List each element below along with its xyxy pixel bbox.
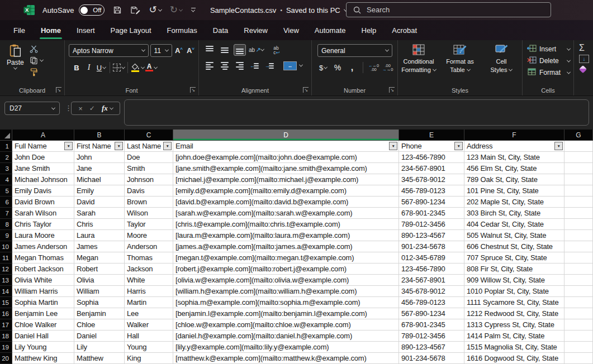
row-header-20[interactable]: 20: [0, 353, 12, 364]
cell-F5[interactable]: 101 Pine St, City, State: [464, 185, 564, 197]
align-right-button[interactable]: [234, 60, 246, 71]
cell-E18[interactable]: 789-012-3456: [399, 331, 464, 342]
accounting-format-button[interactable]: $: [317, 61, 329, 74]
tab-data[interactable]: Data: [205, 20, 236, 40]
cell-F7[interactable]: 303 Birch St, City, State: [464, 208, 564, 219]
chevron-down-icon[interactable]: [40, 58, 44, 62]
cell-B3[interactable]: Jane: [74, 163, 125, 174]
row-header-18[interactable]: 18: [0, 331, 12, 342]
cell-D3[interactable]: [jane.smith@example.com](mailto:jane.smi…: [173, 163, 399, 174]
cell-F6[interactable]: 202 Maple St, City, State: [464, 197, 564, 208]
cell-C10[interactable]: Anderson: [125, 241, 173, 252]
cell-B5[interactable]: Emily: [74, 185, 125, 197]
row-header-2[interactable]: 2: [0, 152, 12, 163]
row-header-13[interactable]: 13: [0, 275, 12, 286]
middle-align-button[interactable]: [219, 44, 231, 56]
cell-A17[interactable]: Chloe Walker: [12, 319, 74, 331]
cell-G9[interactable]: [564, 230, 593, 241]
conditional-formatting-button[interactable]: ConditionalFormatting: [399, 44, 438, 84]
cell-A19[interactable]: Lily Young: [12, 342, 74, 353]
tab-acrobat[interactable]: Acrobat: [384, 20, 425, 40]
row-header-1[interactable]: 1: [0, 141, 12, 152]
cell-D14[interactable]: [william.h@example.com](mailto:william.h…: [173, 286, 399, 297]
cell-A20[interactable]: Matthew King: [12, 353, 74, 364]
cell-F3[interactable]: 456 Elm St, City, State: [464, 163, 564, 174]
cell-C9[interactable]: Moore: [125, 230, 173, 241]
cell-B1[interactable]: First Name▼: [74, 141, 125, 152]
cell-A18[interactable]: Daniel Hall: [12, 331, 74, 342]
row-header-15[interactable]: 15: [0, 297, 12, 308]
cell-G5[interactable]: [564, 185, 593, 197]
cell-G8[interactable]: [564, 219, 593, 230]
cell-A10[interactable]: James Anderson: [12, 241, 74, 252]
cell-B8[interactable]: Chris: [74, 219, 125, 230]
cell-A7[interactable]: Sarah Wilson: [12, 208, 74, 219]
cell-G12[interactable]: [564, 264, 593, 275]
cell-A1[interactable]: Full Name▼: [12, 141, 74, 152]
cell-B20[interactable]: Matthew: [74, 353, 125, 364]
cell-A15[interactable]: Sophia Martin: [12, 297, 74, 308]
cell-C6[interactable]: Brown: [125, 197, 173, 208]
increase-indent-button[interactable]: →: [264, 60, 276, 71]
cell-E12[interactable]: 123-456-7890: [399, 264, 464, 275]
orientation-button[interactable]: ab ↗: [249, 46, 264, 54]
cell-B10[interactable]: James: [74, 241, 125, 252]
cell-C16[interactable]: Lee: [125, 308, 173, 319]
cell-G20[interactable]: [564, 353, 593, 364]
tab-review[interactable]: Review: [236, 20, 276, 40]
cell-C13[interactable]: White: [125, 275, 173, 286]
search-input[interactable]: Search: [346, 2, 551, 17]
cell-F19[interactable]: 1515 Magnolia St, City, State: [464, 342, 564, 353]
cell-E9[interactable]: 890-123-4567: [399, 230, 464, 241]
cell-E8[interactable]: 789-012-3456: [399, 219, 464, 230]
cell-E13[interactable]: 234-567-8901: [399, 275, 464, 286]
cell-B4[interactable]: Michael: [74, 174, 125, 185]
filter-button-F[interactable]: ▼: [554, 142, 563, 150]
tab-insert[interactable]: Insert: [69, 20, 103, 40]
cell-D18[interactable]: [daniel.h@example.com](mailto:daniel.h@e…: [173, 331, 399, 342]
row-header-7[interactable]: 7: [0, 208, 12, 219]
cell-C18[interactable]: Hall: [125, 331, 173, 342]
filter-button-A[interactable]: ▼: [64, 142, 73, 150]
cell-E3[interactable]: 234-567-8901: [399, 163, 464, 174]
undo-button[interactable]: ↺: [149, 6, 161, 15]
cell-A9[interactable]: Laura Moore: [12, 230, 74, 241]
row-header-10[interactable]: 10: [0, 241, 12, 252]
cell-D10[interactable]: [james.a@example.com](mailto:james.a@exa…: [173, 241, 399, 252]
paste-button[interactable]: Paste: [7, 44, 24, 84]
wrap-text-button[interactable]: ab c↩: [273, 46, 279, 55]
cell-F4[interactable]: 789 Oak St, City, State: [464, 174, 564, 185]
tab-file[interactable]: File: [6, 20, 33, 40]
cell-D13[interactable]: [olivia.w@example.com](mailto:olivia.w@e…: [173, 275, 399, 286]
cell-E7[interactable]: 678-901-2345: [399, 208, 464, 219]
cell-F15[interactable]: 1111 Sycamore St, City, State: [464, 297, 564, 308]
cell-G11[interactable]: [564, 252, 593, 264]
borders-button[interactable]: [113, 61, 125, 74]
redo-button[interactable]: ↻: [170, 6, 182, 15]
chevron-down-icon[interactable]: [299, 63, 303, 67]
cell-E11[interactable]: 012-345-6789: [399, 252, 464, 264]
increase-font-size-button[interactable]: A˄: [174, 46, 184, 55]
cell-A8[interactable]: Chris Taylor: [12, 219, 74, 230]
tab-help[interactable]: Help: [354, 20, 385, 40]
decrease-font-size-button[interactable]: A˅: [186, 46, 196, 55]
cell-A4[interactable]: Michael Johnson: [12, 174, 74, 185]
cell-D20[interactable]: [matthew.k@example.com](mailto:matthew.k…: [173, 353, 399, 364]
clipboard-dialog-launcher[interactable]: ↘: [56, 87, 61, 93]
cell-D4[interactable]: [michael.j@example.com](mailto:michael.j…: [173, 174, 399, 185]
row-header-5[interactable]: 5: [0, 185, 12, 197]
cell-C19[interactable]: Young: [125, 342, 173, 353]
row-header-19[interactable]: 19: [0, 342, 12, 353]
row-header-11[interactable]: 11: [0, 252, 12, 264]
clear-button[interactable]: [579, 65, 587, 73]
cell-styles-button[interactable]: CellStyles: [482, 44, 521, 84]
decrease-decimal-button[interactable]: .00 →→0: [382, 64, 393, 71]
cell-A5[interactable]: Emily Davis: [12, 185, 74, 197]
cell-E20[interactable]: 901-234-5678: [399, 353, 464, 364]
copy-button[interactable]: [30, 56, 43, 65]
cell-F9[interactable]: 505 Walnut St, City, State: [464, 230, 564, 241]
top-align-button[interactable]: [203, 44, 216, 56]
cell-C2[interactable]: Doe: [125, 152, 173, 163]
merge-center-button[interactable]: ↔: [283, 61, 297, 70]
column-header-G[interactable]: G: [564, 130, 593, 141]
